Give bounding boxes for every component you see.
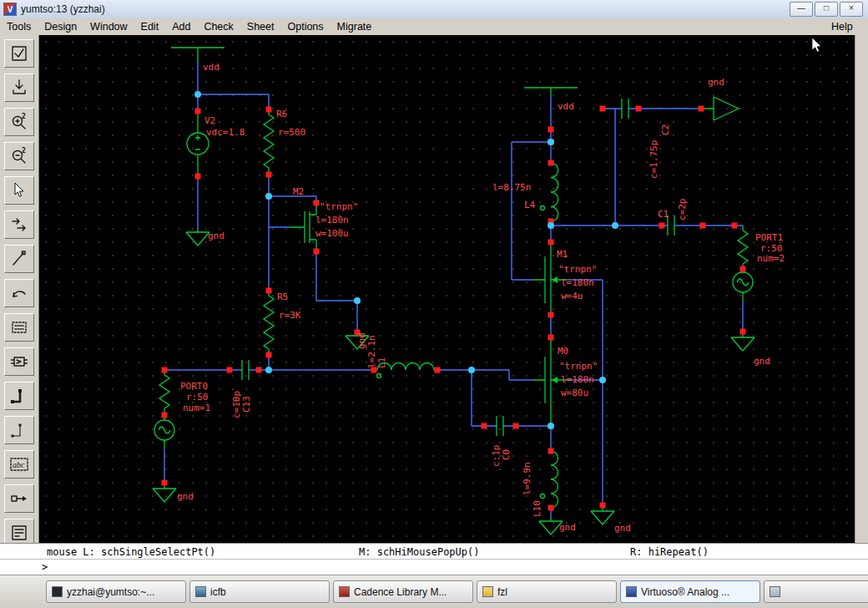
zoom-out-button[interactable]: 2 [4, 142, 34, 170]
menu-design[interactable]: Design [38, 21, 83, 33]
label-m1-name[interactable]: M1 [557, 249, 568, 260]
label-port0-r[interactable]: r:50 [186, 392, 209, 403]
taskbar-item-library-manager[interactable]: Cadence Library M... [333, 580, 473, 603]
close-button[interactable]: × [840, 2, 863, 17]
taskbar-label: fzl [497, 586, 507, 598]
label-gnd-port1[interactable]: gnd [754, 356, 770, 367]
property-button[interactable] [4, 313, 34, 342]
delete-button[interactable] [4, 245, 34, 273]
taskbar-label: yzzhai@yumtso:~... [67, 586, 154, 598]
label-gnd-bulk[interactable]: gnd [614, 523, 631, 534]
options-icon [9, 523, 29, 543]
label-m2-w[interactable]: w=100u [315, 228, 349, 239]
icfb-icon [195, 586, 206, 597]
tool-palette: 2 2 [0, 35, 39, 543]
menu-window[interactable]: Window [83, 21, 134, 33]
wire-icon [9, 386, 29, 406]
label-m0-w[interactable]: w=80u [561, 388, 588, 398]
label-r6-name[interactable]: R6 [276, 109, 287, 119]
schematic-canvas[interactable]: vdd V2 vdc=1.8 gnd R6 r=500 M2 "trnpn" l… [39, 35, 855, 543]
vertical-scrollbar[interactable] [855, 35, 868, 575]
copy-button[interactable] [4, 210, 34, 239]
menu-sheet[interactable]: Sheet [240, 21, 281, 33]
mouse-binding-middle: M: schHiMousePopUp() [359, 546, 480, 558]
zoom-in-icon: 2 [9, 112, 29, 132]
taskbar-label: Cadence Library M... [354, 586, 447, 598]
label-vdd-right[interactable]: vdd [558, 101, 574, 112]
terminal-icon [52, 586, 63, 597]
menu-edit[interactable]: Edit [134, 21, 166, 33]
label-c2-name[interactable]: C2 [660, 124, 671, 135]
label-port0-name[interactable]: PORT0 [180, 381, 208, 392]
label-l10-value[interactable]: l=9.9n [522, 462, 532, 495]
zoom-in-button[interactable]: 2 [4, 108, 34, 136]
label-gnd-l10[interactable]: gnd [559, 522, 576, 533]
taskbar-item-virtuoso[interactable]: Virtuoso® Analog ... [620, 580, 760, 603]
menu-options[interactable]: Options [280, 21, 330, 33]
taskbar-item-window[interactable] [764, 580, 868, 603]
label-v2-value[interactable]: vdc=1.8 [206, 127, 245, 138]
cadence-icon [339, 586, 350, 597]
pin-button[interactable] [4, 484, 34, 513]
delete-icon [9, 249, 29, 269]
label-c2-value[interactable]: c=1.75p [648, 140, 659, 179]
label-m0-model[interactable]: "trnpn" [559, 361, 598, 372]
label-gnd-v2[interactable]: gnd [208, 231, 225, 241]
menu-migrate[interactable]: Migrate [331, 21, 379, 33]
command-line[interactable]: > [0, 559, 868, 575]
label-m1-l[interactable]: l=180n [561, 277, 594, 288]
taskbar-label: Virtuoso® Analog ... [641, 586, 729, 598]
save-icon [9, 78, 29, 98]
label-l1-name[interactable]: L1 [376, 357, 387, 368]
label-port0-num[interactable]: num=1 [183, 403, 210, 413]
label-m2-model[interactable]: "trnpn" [320, 201, 358, 212]
label-m0-l[interactable]: l=180n [561, 374, 594, 385]
label-r5-value[interactable]: r=3K [279, 310, 301, 321]
menu-tools[interactable]: Tools [0, 21, 38, 33]
label-l10-name[interactable]: L10 [532, 500, 542, 517]
taskbar-item-terminal[interactable]: yzzhai@yumtso:~... [46, 580, 186, 603]
taskbar-item-fzl[interactable]: fzl [477, 580, 617, 603]
maximize-button[interactable]: □ [815, 2, 838, 17]
save-button[interactable] [4, 73, 34, 102]
taskbar-item-icfb[interactable]: icfb [189, 580, 330, 603]
title-bar: V yumtso:13 (yzzhai) — □ × [0, 0, 868, 19]
label-r5-name[interactable]: R5 [277, 291, 288, 302]
stretch-button[interactable] [4, 176, 34, 205]
label-r6-value[interactable]: r=500 [278, 127, 305, 138]
property-icon [9, 317, 29, 337]
label-vdd-left[interactable]: vdd [203, 62, 220, 73]
instance-button[interactable] [4, 347, 34, 376]
label-gnd-port0[interactable]: gnd [177, 491, 194, 502]
label-m2-l[interactable]: l=180n [315, 215, 349, 225]
label-c1-value[interactable]: c=2p [677, 199, 688, 221]
taskbar: yzzhai@yumtso:~... icfb Cadence Library … [0, 575, 868, 608]
label-l4-name[interactable]: L4 [524, 200, 536, 210]
menu-check[interactable]: Check [197, 21, 240, 33]
schematic: vdd V2 vdc=1.8 gnd R6 r=500 M2 "trnpn" l… [39, 35, 855, 543]
label-c13-name[interactable]: C13 [241, 396, 252, 413]
label-c0-name[interactable]: C0 [501, 449, 512, 460]
narrow-wire-button[interactable] [4, 416, 34, 444]
menu-help[interactable]: Help [825, 21, 858, 33]
label-port1-name[interactable]: PORT1 [755, 232, 783, 243]
label-gnd-c2[interactable]: gnd [708, 77, 724, 88]
wire-name-button[interactable]: abc [4, 450, 34, 479]
menu-add[interactable]: Add [165, 21, 197, 33]
label-m1-w[interactable]: w=4u [561, 291, 583, 301]
label-v2-name[interactable]: V2 [204, 115, 215, 126]
label-port1-num[interactable]: num=2 [757, 253, 785, 264]
label-c1-name[interactable]: C1 [658, 209, 669, 220]
label-m2-name[interactable]: M2 [293, 186, 304, 197]
zoom-out-factor-label: 2 [22, 147, 26, 155]
check-and-save-button[interactable] [4, 39, 34, 68]
window-icon [770, 586, 780, 597]
label-m0-name[interactable]: M0 [558, 346, 568, 357]
undo-button[interactable] [4, 279, 34, 307]
taskbar-label: icfb [210, 586, 226, 598]
stretch-icon [9, 180, 29, 200]
label-m1-model[interactable]: "trnpn" [558, 264, 597, 275]
label-l4-value[interactable]: l=8.75n [492, 182, 531, 193]
wire-button[interactable] [4, 382, 34, 410]
minimize-button[interactable]: — [790, 2, 813, 17]
